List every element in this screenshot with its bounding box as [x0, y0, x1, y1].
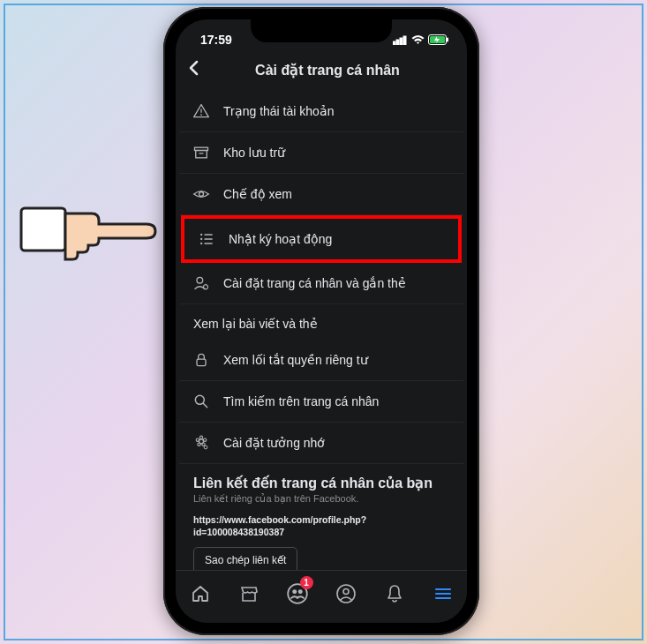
svg-point-13 [199, 192, 204, 197]
notification-badge: 1 [300, 576, 313, 589]
tab-notifications[interactable] [375, 578, 414, 610]
tab-home[interactable] [181, 578, 220, 610]
row-archive[interactable]: Kho lưu trữ [179, 132, 463, 174]
svg-rect-11 [196, 151, 207, 158]
tab-marketplace[interactable] [229, 578, 268, 610]
frame-corner [4, 625, 19, 640]
svg-point-14 [200, 234, 202, 236]
row-memorial-settings[interactable]: Cài đặt tưởng nhớ [179, 423, 463, 464]
row-view-mode[interactable]: Chế độ xem [179, 174, 463, 215]
frame-corner [4, 4, 19, 19]
screen: 17:59 Cài đặt trang cá nhân Trạng thái t… [176, 19, 467, 623]
bell-icon [384, 583, 405, 604]
home-icon [190, 583, 211, 604]
svg-rect-3 [400, 38, 402, 45]
row-profile-tag-settings[interactable]: Cài đặt trang cá nhân và gắn thẻ [179, 263, 463, 304]
row-search-profile[interactable]: Tìm kiếm trên trang cá nhân [179, 381, 463, 423]
svg-point-29 [202, 443, 205, 446]
link-title: Liên kết đến trang cá nhân của bạn [193, 475, 449, 491]
bottom-tab-bar: 1 [176, 570, 467, 623]
tab-groups[interactable]: 1 [278, 578, 317, 610]
frame-corner [628, 4, 643, 19]
chevron-left-icon [188, 60, 199, 76]
tab-menu[interactable] [424, 578, 463, 610]
settings-list: Trạng thái tài khoản Kho lưu trữ Chế độ … [176, 91, 467, 584]
status-time: 17:59 [200, 33, 232, 47]
svg-point-23 [195, 395, 204, 404]
phone-notch [251, 19, 392, 42]
svg-line-24 [204, 404, 207, 408]
archive-icon [192, 143, 211, 162]
profile-icon [335, 583, 357, 604]
flower-gear-icon [192, 433, 211, 453]
row-label: Tìm kiếm trên trang cá nhân [223, 394, 379, 408]
row-privacy-shortcuts[interactable]: Xem lối tắt quyền riêng tư [179, 340, 463, 381]
profile-link-section: Liên kết đến trang cá nhân của bạn Liên … [179, 464, 463, 584]
tab-profile[interactable] [327, 578, 365, 610]
svg-rect-4 [403, 36, 406, 45]
profile-gear-icon [192, 273, 211, 293]
svg-point-33 [292, 589, 297, 594]
svg-point-34 [297, 589, 302, 594]
row-account-status[interactable]: Trạng thái tài khoản [179, 91, 463, 132]
signal-icon [393, 35, 408, 45]
svg-rect-6 [447, 38, 448, 42]
svg-point-27 [204, 438, 207, 441]
row-activity-log[interactable]: Nhật ký hoạt động [181, 215, 462, 263]
svg-rect-2 [396, 40, 399, 45]
page-title: Cài đặt trang cá nhân [200, 62, 455, 79]
battery-icon [428, 34, 449, 45]
row-label: Chế độ xem [223, 187, 292, 201]
page-header: Cài đặt trang cá nhân [176, 53, 467, 91]
marketplace-icon [238, 583, 260, 604]
svg-point-26 [199, 436, 202, 438]
row-label: Nhật ký hoạt động [229, 232, 332, 246]
svg-point-9 [200, 114, 202, 116]
link-subtitle: Liên kết riêng của bạn trên Facebook. [193, 493, 449, 505]
svg-rect-1 [393, 41, 395, 45]
svg-point-21 [204, 285, 208, 289]
phone-mockup: 17:59 Cài đặt trang cá nhân Trạng thái t… [163, 7, 479, 635]
row-label: Xem lối tắt quyền riêng tư [223, 353, 368, 367]
svg-point-20 [197, 277, 203, 283]
list-icon [197, 229, 216, 249]
svg-point-16 [200, 243, 202, 244]
svg-rect-22 [197, 359, 206, 366]
frame-corner [628, 625, 643, 640]
eye-icon [192, 184, 211, 204]
svg-rect-0 [21, 208, 65, 251]
row-label: Trạng thái tài khoản [223, 104, 335, 118]
warning-triangle-icon [192, 101, 211, 121]
lock-icon [192, 350, 211, 370]
svg-point-15 [200, 238, 202, 240]
search-icon [192, 392, 211, 411]
status-indicators [393, 34, 449, 45]
pointing-hand-illustration [19, 192, 178, 272]
row-label: Cài đặt tưởng nhớ [223, 436, 325, 450]
row-label: Cài đặt trang cá nhân và gắn thẻ [223, 276, 406, 290]
svg-point-31 [204, 446, 207, 449]
svg-point-36 [343, 588, 349, 594]
menu-icon [433, 583, 454, 604]
profile-url: https://www.facebook.com/profile.php? id… [193, 513, 449, 538]
wifi-icon [411, 35, 425, 45]
row-label: Kho lưu trữ [223, 146, 285, 160]
section-header: Xem lại bài viết và thẻ [179, 304, 463, 340]
svg-point-28 [196, 438, 199, 441]
svg-point-30 [198, 443, 200, 446]
